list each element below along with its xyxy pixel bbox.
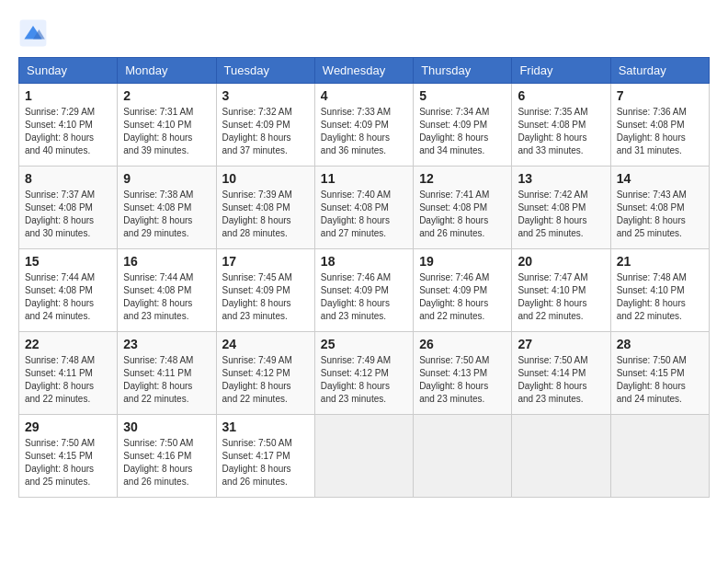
cell-info: Sunrise: 7:41 AM Sunset: 4:08 PM Dayligh…: [419, 189, 506, 240]
calendar-cell: 12 Sunrise: 7:41 AM Sunset: 4:08 PM Dayl…: [414, 167, 512, 249]
calendar-cell: 1 Sunrise: 7:29 AM Sunset: 4:10 PM Dayli…: [19, 84, 118, 167]
calendar-week-row: 15 Sunrise: 7:44 AM Sunset: 4:08 PM Dayl…: [19, 249, 710, 332]
sunset-text: Sunset: 4:15 PM: [617, 367, 703, 380]
day-number: 18: [321, 254, 407, 269]
sunset-text: Sunset: 4:15 PM: [25, 450, 111, 463]
day-number: 10: [222, 171, 309, 186]
sunrise-text: Sunrise: 7:29 AM: [25, 106, 111, 119]
sunrise-text: Sunrise: 7:33 AM: [321, 106, 407, 119]
cell-info: Sunrise: 7:34 AM Sunset: 4:09 PM Dayligh…: [419, 106, 506, 157]
weekday-header: Sunday: [19, 58, 118, 84]
sunrise-text: Sunrise: 7:37 AM: [25, 189, 111, 201]
sunset-text: Sunset: 4:09 PM: [419, 119, 506, 132]
calendar-cell: 16 Sunrise: 7:44 AM Sunset: 4:08 PM Dayl…: [118, 249, 216, 332]
sunset-text: Sunset: 4:08 PM: [518, 119, 604, 132]
sunset-text: Sunset: 4:09 PM: [321, 284, 407, 297]
calendar-cell: 9 Sunrise: 7:38 AM Sunset: 4:08 PM Dayli…: [118, 167, 216, 249]
day-number: 1: [25, 88, 111, 103]
calendar-cell: 17 Sunrise: 7:45 AM Sunset: 4:09 PM Dayl…: [216, 249, 314, 332]
sunset-text: Sunset: 4:16 PM: [123, 450, 210, 463]
sunrise-text: Sunrise: 7:50 AM: [123, 437, 210, 450]
cell-info: Sunrise: 7:48 AM Sunset: 4:11 PM Dayligh…: [25, 354, 111, 406]
daylight-text: Daylight: 8 hours and 22 minutes.: [617, 297, 703, 323]
sunset-text: Sunset: 4:08 PM: [222, 201, 309, 214]
cell-info: Sunrise: 7:43 AM Sunset: 4:08 PM Dayligh…: [617, 189, 703, 240]
daylight-text: Daylight: 8 hours and 23 minutes.: [321, 297, 407, 323]
calendar-cell: 30 Sunrise: 7:50 AM Sunset: 4:16 PM Dayl…: [118, 415, 216, 498]
cell-info: Sunrise: 7:46 AM Sunset: 4:09 PM Dayligh…: [419, 271, 506, 323]
daylight-text: Daylight: 8 hours and 24 minutes.: [617, 380, 703, 406]
calendar-cell: 6 Sunrise: 7:35 AM Sunset: 4:08 PM Dayli…: [512, 84, 610, 167]
weekday-header: Wednesday: [314, 58, 413, 84]
weekday-header: Friday: [512, 58, 610, 84]
daylight-text: Daylight: 8 hours and 33 minutes.: [518, 132, 604, 157]
calendar-cell: 21 Sunrise: 7:48 AM Sunset: 4:10 PM Dayl…: [610, 249, 709, 332]
sunset-text: Sunset: 4:08 PM: [518, 201, 604, 214]
calendar-cell: 15 Sunrise: 7:44 AM Sunset: 4:08 PM Dayl…: [19, 249, 118, 332]
daylight-text: Daylight: 8 hours and 34 minutes.: [419, 132, 506, 157]
sunrise-text: Sunrise: 7:31 AM: [123, 106, 210, 119]
sunset-text: Sunset: 4:17 PM: [222, 450, 309, 463]
sunrise-text: Sunrise: 7:32 AM: [222, 106, 309, 119]
daylight-text: Daylight: 8 hours and 25 minutes.: [518, 214, 604, 240]
cell-info: Sunrise: 7:50 AM Sunset: 4:15 PM Dayligh…: [617, 354, 703, 406]
sunset-text: Sunset: 4:09 PM: [222, 119, 309, 132]
cell-info: Sunrise: 7:44 AM Sunset: 4:08 PM Dayligh…: [25, 271, 111, 323]
weekday-header-row: SundayMondayTuesdayWednesdayThursdayFrid…: [19, 58, 710, 84]
sunrise-text: Sunrise: 7:41 AM: [419, 189, 506, 201]
daylight-text: Daylight: 8 hours and 23 minutes.: [123, 297, 210, 323]
day-number: 16: [123, 254, 210, 269]
sunrise-text: Sunrise: 7:47 AM: [518, 271, 604, 284]
sunrise-text: Sunrise: 7:40 AM: [321, 189, 407, 201]
cell-info: Sunrise: 7:46 AM Sunset: 4:09 PM Dayligh…: [321, 271, 407, 323]
sunrise-text: Sunrise: 7:44 AM: [123, 271, 210, 284]
calendar-week-row: 1 Sunrise: 7:29 AM Sunset: 4:10 PM Dayli…: [19, 84, 710, 167]
calendar-cell: 25 Sunrise: 7:49 AM Sunset: 4:12 PM Dayl…: [314, 332, 413, 415]
sunrise-text: Sunrise: 7:50 AM: [518, 354, 604, 367]
sunrise-text: Sunrise: 7:50 AM: [25, 437, 111, 450]
calendar-cell: 29 Sunrise: 7:50 AM Sunset: 4:15 PM Dayl…: [19, 415, 118, 498]
sunrise-text: Sunrise: 7:45 AM: [222, 271, 309, 284]
cell-info: Sunrise: 7:49 AM Sunset: 4:12 PM Dayligh…: [222, 354, 309, 406]
calendar-table: SundayMondayTuesdayWednesdayThursdayFrid…: [18, 57, 710, 498]
daylight-text: Daylight: 8 hours and 37 minutes.: [222, 132, 309, 157]
daylight-text: Daylight: 8 hours and 23 minutes.: [419, 380, 506, 406]
cell-info: Sunrise: 7:38 AM Sunset: 4:08 PM Dayligh…: [123, 189, 210, 240]
day-number: 12: [419, 171, 506, 186]
weekday-header: Tuesday: [216, 58, 314, 84]
daylight-text: Daylight: 8 hours and 27 minutes.: [321, 214, 407, 240]
weekday-header: Saturday: [610, 58, 709, 84]
weekday-header: Thursday: [414, 58, 512, 84]
cell-info: Sunrise: 7:48 AM Sunset: 4:11 PM Dayligh…: [123, 354, 210, 406]
day-number: 23: [123, 337, 210, 351]
sunrise-text: Sunrise: 7:46 AM: [321, 271, 407, 284]
calendar-cell: [414, 415, 512, 498]
cell-info: Sunrise: 7:29 AM Sunset: 4:10 PM Dayligh…: [25, 106, 111, 157]
day-number: 8: [25, 171, 111, 186]
calendar-cell: 10 Sunrise: 7:39 AM Sunset: 4:08 PM Dayl…: [216, 167, 314, 249]
sunrise-text: Sunrise: 7:39 AM: [222, 189, 309, 201]
sunset-text: Sunset: 4:09 PM: [222, 284, 309, 297]
sunset-text: Sunset: 4:08 PM: [123, 284, 210, 297]
sunset-text: Sunset: 4:11 PM: [25, 367, 111, 380]
cell-info: Sunrise: 7:47 AM Sunset: 4:10 PM Dayligh…: [518, 271, 604, 323]
cell-info: Sunrise: 7:45 AM Sunset: 4:09 PM Dayligh…: [222, 271, 309, 323]
daylight-text: Daylight: 8 hours and 23 minutes.: [518, 380, 604, 406]
sunset-text: Sunset: 4:14 PM: [518, 367, 604, 380]
sunset-text: Sunset: 4:12 PM: [321, 367, 407, 380]
calendar-cell: 3 Sunrise: 7:32 AM Sunset: 4:09 PM Dayli…: [216, 84, 314, 167]
cell-info: Sunrise: 7:50 AM Sunset: 4:13 PM Dayligh…: [419, 354, 506, 406]
calendar-cell: 27 Sunrise: 7:50 AM Sunset: 4:14 PM Dayl…: [512, 332, 610, 415]
sunset-text: Sunset: 4:08 PM: [123, 201, 210, 214]
cell-info: Sunrise: 7:35 AM Sunset: 4:08 PM Dayligh…: [518, 106, 604, 157]
cell-info: Sunrise: 7:33 AM Sunset: 4:09 PM Dayligh…: [321, 106, 407, 157]
daylight-text: Daylight: 8 hours and 25 minutes.: [617, 214, 703, 240]
cell-info: Sunrise: 7:50 AM Sunset: 4:16 PM Dayligh…: [123, 437, 210, 488]
calendar-cell: 19 Sunrise: 7:46 AM Sunset: 4:09 PM Dayl…: [414, 249, 512, 332]
calendar-cell: 4 Sunrise: 7:33 AM Sunset: 4:09 PM Dayli…: [314, 84, 413, 167]
calendar-cell: 13 Sunrise: 7:42 AM Sunset: 4:08 PM Dayl…: [512, 167, 610, 249]
daylight-text: Daylight: 8 hours and 36 minutes.: [321, 132, 407, 157]
calendar-cell: 8 Sunrise: 7:37 AM Sunset: 4:08 PM Dayli…: [19, 167, 118, 249]
sunrise-text: Sunrise: 7:49 AM: [222, 354, 309, 367]
calendar-week-row: 29 Sunrise: 7:50 AM Sunset: 4:15 PM Dayl…: [19, 415, 710, 498]
